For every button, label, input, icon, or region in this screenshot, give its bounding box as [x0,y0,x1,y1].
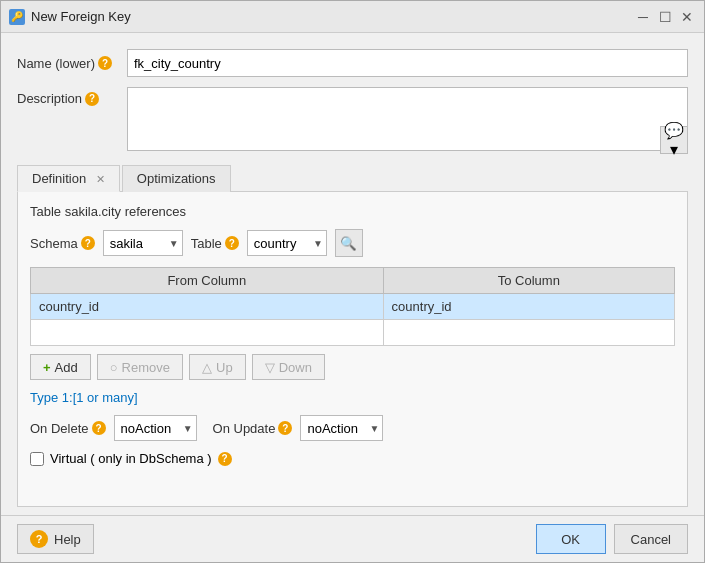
window-title: New Foreign Key [31,9,634,24]
on-update-select-wrap: noAction ▼ [300,415,383,441]
description-label: Description ? [17,87,127,106]
to-column-empty [383,320,674,346]
cancel-button[interactable]: Cancel [614,524,688,554]
name-label: Name (lower) ? [17,56,127,71]
table-row[interactable]: country_id country_id [31,294,675,320]
on-delete-help-icon[interactable]: ? [92,421,106,435]
name-help-icon[interactable]: ? [98,56,112,70]
virtual-label: Virtual ( only in DbSchema ) [50,451,212,466]
schema-select-wrap: sakila ▼ [103,230,183,256]
on-delete-select[interactable]: noAction [114,415,197,441]
description-wrap: 💬▾ [127,87,688,154]
window-controls: ─ ☐ ✕ [634,8,696,26]
schema-label: Schema ? [30,236,95,251]
table-help-icon[interactable]: ? [225,236,239,250]
on-update-select[interactable]: noAction [300,415,383,441]
ok-button[interactable]: OK [536,524,606,554]
virtual-help-icon[interactable]: ? [218,452,232,466]
table-label: Table ? [191,236,239,251]
remove-icon: ○ [110,360,118,375]
schema-select[interactable]: sakila [103,230,183,256]
from-column-header: From Column [31,268,384,294]
maximize-button[interactable]: ☐ [656,8,674,26]
tab-definition-close[interactable]: ✕ [96,173,105,185]
add-button[interactable]: + Add [30,354,91,380]
help-button[interactable]: ? Help [17,524,94,554]
name-input[interactable] [127,49,688,77]
plus-icon: + [43,360,51,375]
to-column-cell: country_id [383,294,674,320]
search-button[interactable]: 🔍 [335,229,363,257]
description-textarea[interactable] [127,87,688,151]
action-buttons-row: + Add ○ Remove △ Up ▽ Down [30,354,675,380]
tab-definition[interactable]: Definition ✕ [17,165,120,192]
minimize-button[interactable]: ─ [634,8,652,26]
titlebar: 🔑 New Foreign Key ─ ☐ ✕ [1,1,704,33]
help-circle-icon: ? [30,530,48,548]
from-column-cell: country_id [31,294,384,320]
description-help-icon[interactable]: ? [85,92,99,106]
schema-table-row: Schema ? sakila ▼ Table ? country [30,229,675,257]
on-update-help-icon[interactable]: ? [278,421,292,435]
up-icon: △ [202,360,212,375]
window-icon: 🔑 [9,9,25,25]
from-column-empty [31,320,384,346]
description-row: Description ? 💬▾ [17,87,688,154]
schema-help-icon[interactable]: ? [81,236,95,250]
tab-content-definition: Table sakila.city references Schema ? sa… [17,192,688,507]
description-action-button[interactable]: 💬▾ [660,126,688,154]
ref-label: Table sakila.city references [30,204,675,219]
virtual-row: Virtual ( only in DbSchema ) ? [30,451,675,466]
up-button[interactable]: △ Up [189,354,246,380]
tab-optimizations[interactable]: Optimizations [122,165,231,192]
type-label: Type 1:[1 or many] [30,390,675,405]
close-button[interactable]: ✕ [678,8,696,26]
footer-right: OK Cancel [536,524,688,554]
footer: ? Help OK Cancel [1,515,704,562]
to-column-header: To Column [383,268,674,294]
down-button[interactable]: ▽ Down [252,354,325,380]
main-window: 🔑 New Foreign Key ─ ☐ ✕ Name (lower) ? D… [0,0,705,563]
columns-table: From Column To Column country_id country… [30,267,675,346]
table-row-empty [31,320,675,346]
table-select-wrap: country ▼ [247,230,327,256]
name-row: Name (lower) ? [17,49,688,77]
virtual-checkbox[interactable] [30,452,44,466]
on-delete-label: On Delete ? [30,421,106,436]
down-icon: ▽ [265,360,275,375]
content-area: Name (lower) ? Description ? 💬▾ Definiti… [1,33,704,515]
on-update-label: On Update ? [213,421,293,436]
on-delete-update-row: On Delete ? noAction ▼ On Update ? noAct… [30,415,675,441]
table-select[interactable]: country [247,230,327,256]
tab-bar: Definition ✕ Optimizations [17,164,688,192]
on-delete-select-wrap: noAction ▼ [114,415,197,441]
remove-button[interactable]: ○ Remove [97,354,183,380]
